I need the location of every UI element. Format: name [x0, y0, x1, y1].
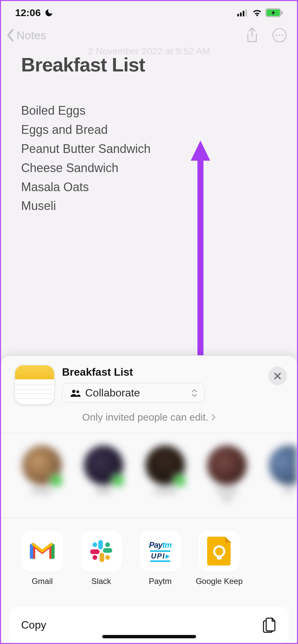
apps-row[interactable]: Gmail Slack Paytm UPI▸	[1, 518, 297, 595]
contact-item[interactable]: Ch	[269, 445, 297, 502]
wifi-icon	[252, 9, 262, 16]
presence-badge	[173, 474, 186, 487]
note-title: Breakfast List	[21, 53, 277, 76]
svg-rect-20	[90, 549, 100, 554]
app-google-keep[interactable]: Google Keep	[197, 530, 241, 586]
svg-point-13	[72, 390, 75, 393]
svg-point-14	[76, 390, 79, 393]
avatar	[269, 445, 297, 485]
svg-rect-1	[240, 12, 242, 16]
share-icon[interactable]	[245, 27, 259, 43]
status-time: 12:06	[15, 7, 41, 18]
close-icon	[274, 372, 282, 380]
app-gmail[interactable]: Gmail	[20, 530, 64, 586]
svg-rect-2	[243, 11, 244, 16]
svg-rect-0	[237, 14, 239, 16]
presence-badge	[50, 474, 63, 487]
notes-app-icon	[15, 365, 54, 404]
app-label: Google Keep	[196, 577, 243, 586]
svg-point-8	[276, 35, 277, 36]
svg-rect-26	[217, 555, 222, 559]
note-line: Boiled Eggs	[21, 101, 277, 120]
battery-icon	[265, 8, 283, 17]
copy-label: Copy	[21, 619, 46, 631]
contact-name: Ch	[284, 487, 293, 495]
cellular-icon	[237, 9, 249, 16]
keep-icon	[198, 530, 240, 572]
contact-item[interactable]: SureshNa	[207, 445, 247, 502]
gmail-icon	[21, 530, 63, 572]
chevron-right-icon	[211, 414, 216, 421]
app-paytm[interactable]: Paytm UPI▸ Paytm	[138, 530, 182, 586]
svg-point-10	[282, 35, 283, 36]
collab-label: Collaborate	[85, 387, 186, 399]
contact-name: SureshNa	[216, 487, 237, 502]
up-down-icon	[191, 389, 198, 397]
share-sheet[interactable]: Breakfast List Collaborate	[1, 356, 297, 643]
note-body: Boiled Eggs Eggs and Bread Peanut Butter…	[21, 101, 277, 216]
note-line: Museli	[21, 197, 277, 216]
back-label: Notes	[16, 29, 46, 42]
note-line: Masala Oats	[21, 178, 277, 197]
svg-rect-6	[281, 11, 283, 14]
home-indicator[interactable]	[102, 635, 196, 638]
note-line: Cheese Sandwich	[21, 159, 277, 178]
note-content[interactable]: Breakfast List Boiled Eggs Eggs and Brea…	[1, 47, 297, 216]
collaborate-select[interactable]: Collaborate	[62, 383, 205, 403]
svg-rect-19	[100, 553, 104, 562]
svg-point-9	[279, 35, 280, 36]
presence-badge	[112, 474, 124, 487]
contact-item[interactable]: Harsha	[145, 445, 185, 502]
status-right	[237, 8, 283, 17]
contact-name: Akriti	[96, 487, 111, 495]
moon-icon	[44, 8, 54, 17]
paytm-icon: Paytm UPI▸	[139, 530, 181, 572]
note-line: Eggs and Bread	[21, 120, 277, 140]
status-bar: 12:06	[1, 1, 297, 24]
contact-name: Deepu	[32, 487, 52, 495]
svg-point-22	[105, 542, 110, 547]
status-left: 12:06	[15, 7, 54, 18]
svg-point-24	[93, 555, 97, 560]
app-slack[interactable]: Slack	[79, 530, 123, 586]
app-label: Slack	[92, 577, 111, 586]
chevron-left-icon	[6, 29, 15, 42]
note-line: Peanut Butter Sandwich	[21, 140, 277, 159]
slack-icon	[80, 530, 122, 572]
copy-icon	[262, 617, 277, 633]
svg-rect-3	[245, 9, 247, 16]
svg-point-21	[93, 542, 97, 547]
contacts-row[interactable]: Deepu Akriti Harsha SureshNa Ch	[1, 433, 297, 518]
app-label: Paytm	[149, 577, 172, 586]
svg-rect-18	[103, 548, 112, 553]
people-icon	[70, 389, 80, 397]
contact-name: Harsha	[155, 487, 176, 495]
share-header: Breakfast List Collaborate	[1, 356, 297, 410]
contact-item[interactable]: Deepu	[22, 445, 62, 502]
avatar	[207, 445, 247, 485]
svg-point-23	[105, 555, 110, 560]
nav-bar: Notes	[1, 24, 297, 47]
permission-text: Only invited people can edit.	[82, 412, 208, 423]
permission-row[interactable]: Only invited people can edit.	[1, 410, 297, 433]
svg-rect-17	[98, 540, 103, 549]
more-icon[interactable]	[272, 28, 287, 43]
close-button[interactable]	[268, 367, 287, 385]
contact-item[interactable]: Akriti	[83, 445, 124, 502]
back-button[interactable]: Notes	[6, 29, 46, 42]
share-title: Breakfast List	[62, 366, 260, 378]
app-label: Gmail	[32, 577, 53, 586]
